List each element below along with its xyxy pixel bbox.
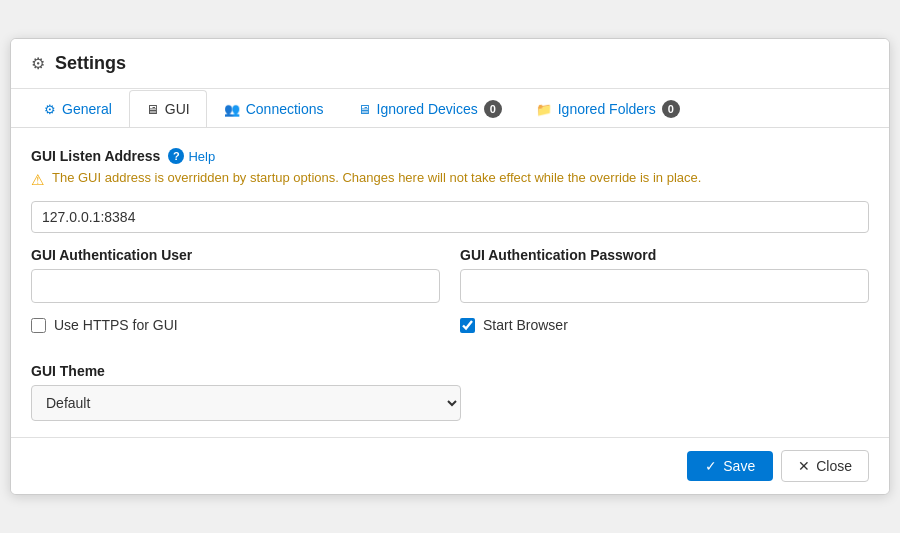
auth-fields-row: GUI Authentication User GUI Authenticati… — [31, 247, 869, 303]
close-x-icon: ✕ — [798, 458, 810, 474]
settings-window: ⚙ Settings ⚙ General 🖥 GUI 👥 Connections… — [10, 38, 890, 495]
help-circle-icon: ? — [168, 148, 184, 164]
tab-gui-label: GUI — [165, 101, 190, 117]
tab-connections[interactable]: 👥 Connections — [207, 90, 341, 127]
auth-password-input[interactable] — [460, 269, 869, 303]
title-bar: ⚙ Settings — [11, 39, 889, 89]
save-check-icon: ✓ — [705, 458, 717, 474]
tab-ignored-devices[interactable]: 🖥 Ignored Devices 0 — [341, 89, 519, 128]
start-browser-label: Start Browser — [483, 317, 568, 333]
use-https-checkbox[interactable] — [31, 318, 46, 333]
general-icon: ⚙ — [44, 102, 56, 117]
listen-address-section: GUI Listen Address ? Help — [31, 148, 869, 164]
auth-user-col: GUI Authentication User — [31, 247, 440, 303]
auth-password-label: GUI Authentication Password — [460, 247, 869, 263]
close-label: Close — [816, 458, 852, 474]
start-browser-checkbox[interactable] — [460, 318, 475, 333]
window-title: Settings — [55, 53, 126, 74]
tab-ignored-devices-label: Ignored Devices — [377, 101, 478, 117]
save-button[interactable]: ✓ Save — [687, 451, 773, 481]
start-browser-col: Start Browser — [460, 317, 869, 347]
help-link[interactable]: ? Help — [168, 148, 215, 164]
warning-icon: ⚠ — [31, 171, 44, 189]
save-label: Save — [723, 458, 755, 474]
connections-icon: 👥 — [224, 102, 240, 117]
auth-password-col: GUI Authentication Password — [460, 247, 869, 303]
tab-gui[interactable]: 🖥 GUI — [129, 90, 207, 127]
tab-general-label: General — [62, 101, 112, 117]
use-https-label: Use HTTPS for GUI — [54, 317, 178, 333]
listen-address-input[interactable] — [31, 201, 869, 233]
https-col: Use HTTPS for GUI — [31, 317, 440, 347]
use-https-row[interactable]: Use HTTPS for GUI — [31, 317, 440, 333]
options-row: Use HTTPS for GUI Start Browser — [31, 317, 869, 347]
tab-connections-label: Connections — [246, 101, 324, 117]
ignored-folders-icon: 📁 — [536, 102, 552, 117]
tab-ignored-folders[interactable]: 📁 Ignored Folders 0 — [519, 89, 697, 128]
help-link-label: Help — [188, 149, 215, 164]
ignored-devices-icon: 🖥 — [358, 102, 371, 117]
gui-icon: 🖥 — [146, 102, 159, 117]
warning-text: The GUI address is overridden by startup… — [52, 170, 701, 185]
ignored-folders-badge: 0 — [662, 100, 680, 118]
tab-general[interactable]: ⚙ General — [27, 90, 129, 127]
auth-user-label: GUI Authentication User — [31, 247, 440, 263]
theme-select[interactable]: Default Dark Light — [31, 385, 461, 421]
footer: ✓ Save ✕ Close — [11, 437, 889, 494]
auth-user-input[interactable] — [31, 269, 440, 303]
close-button[interactable]: ✕ Close — [781, 450, 869, 482]
warning-message: ⚠ The GUI address is overridden by start… — [31, 170, 869, 189]
ignored-devices-badge: 0 — [484, 100, 502, 118]
gui-theme-label: GUI Theme — [31, 363, 869, 379]
listen-address-label: GUI Listen Address — [31, 148, 160, 164]
gear-icon: ⚙ — [31, 54, 45, 73]
start-browser-row[interactable]: Start Browser — [460, 317, 869, 333]
tab-ignored-folders-label: Ignored Folders — [558, 101, 656, 117]
theme-section: GUI Theme Default Dark Light — [31, 363, 869, 421]
tabs-bar: ⚙ General 🖥 GUI 👥 Connections 🖥 Ignored … — [11, 89, 889, 128]
content-area: GUI Listen Address ? Help ⚠ The GUI addr… — [11, 128, 889, 437]
